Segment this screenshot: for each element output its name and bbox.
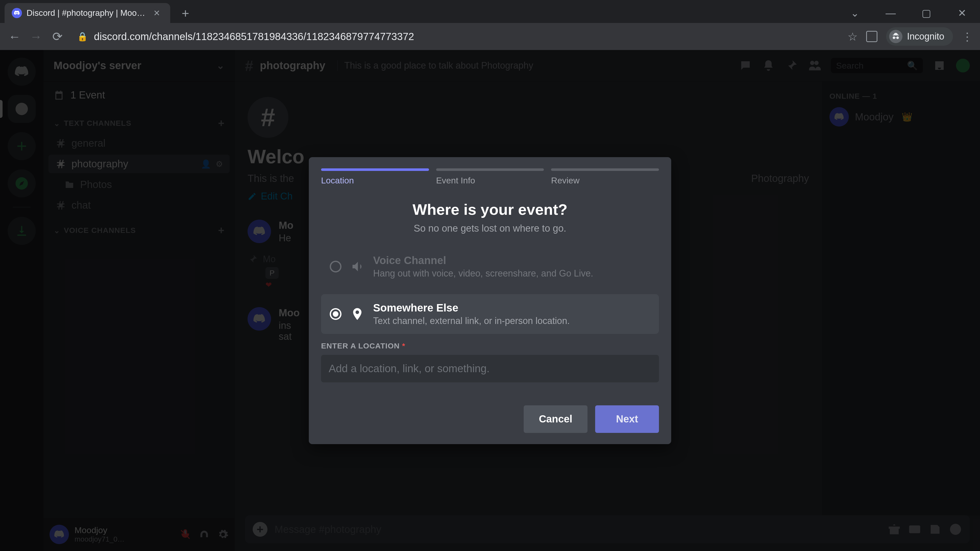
address-bar[interactable]: 🔒 discord.com/channels/11823468517819843… [72, 31, 840, 42]
location-label-text: ENTER A LOCATION [321, 341, 400, 350]
option-title: Voice Channel [373, 254, 593, 267]
back-button[interactable]: ← [8, 30, 21, 43]
discord-app: Moodjoy's server ⌄ 1 Event ⌄ TEXT CHANNE… [0, 50, 980, 551]
new-tab-button[interactable]: + [178, 6, 193, 21]
required-asterisk: * [402, 341, 406, 350]
minimize-button[interactable]: — [883, 7, 898, 19]
modal-footer: Cancel Next [309, 398, 671, 444]
location-field: ENTER A LOCATION * [321, 341, 659, 383]
kebab-menu-icon[interactable]: ⋮ [962, 30, 972, 43]
extensions-icon[interactable] [866, 31, 877, 42]
caret-down-icon[interactable]: ⌄ [847, 7, 862, 19]
cancel-button[interactable]: Cancel [524, 405, 587, 433]
radio-unchecked[interactable] [330, 261, 342, 272]
browser-toolbar: ← → ⟳ 🔒 discord.com/channels/11823468517… [0, 23, 980, 50]
create-event-modal: Location Event Info Review Where is your… [309, 157, 671, 444]
option-somewhere-else[interactable]: Somewhere Else Text channel, external li… [321, 294, 659, 334]
option-desc: Hang out with voice, video, screenshare,… [373, 268, 593, 279]
radio-checked[interactable] [330, 308, 342, 320]
incognito-label: Incognito [907, 31, 944, 42]
incognito-chip[interactable]: Incognito [886, 27, 953, 46]
step-label: Review [551, 176, 659, 186]
step-event-info: Event Info [436, 168, 544, 186]
step-label: Event Info [436, 176, 544, 186]
maximize-button[interactable]: ▢ [919, 7, 934, 19]
incognito-icon [889, 30, 902, 43]
close-tab-icon[interactable]: × [154, 8, 160, 18]
browser-tab[interactable]: Discord | #photography | Mood… × [5, 3, 170, 23]
modal-overlay[interactable]: Location Event Info Review Where is your… [0, 50, 980, 551]
url-text: discord.com/channels/1182346851781984336… [94, 31, 414, 42]
location-label: ENTER A LOCATION * [321, 341, 405, 350]
modal-title: Where is your event? [309, 201, 671, 218]
lock-icon: 🔒 [77, 32, 88, 41]
step-label: Location [321, 176, 429, 186]
speaker-icon [350, 259, 364, 274]
modal-subtitle: So no one gets lost on where to go. [309, 223, 671, 234]
close-window-button[interactable]: ✕ [955, 7, 970, 19]
bookmark-star-icon[interactable]: ☆ [848, 30, 858, 43]
option-title: Somewhere Else [373, 302, 570, 314]
window-controls: ⌄ — ▢ ✕ [847, 3, 980, 23]
next-button[interactable]: Next [595, 405, 659, 433]
step-review: Review [551, 168, 659, 186]
option-desc: Text channel, external link, or in-perso… [373, 316, 570, 326]
option-voice-channel[interactable]: Voice Channel Hang out with voice, video… [321, 247, 659, 286]
location-pin-icon [350, 307, 364, 321]
modal-steps: Location Event Info Review [309, 157, 671, 186]
reload-button[interactable]: ⟳ [51, 30, 64, 43]
browser-titlebar: Discord | #photography | Mood… × + ⌄ — ▢… [0, 0, 980, 23]
step-location: Location [321, 168, 429, 186]
browser-tab-title: Discord | #photography | Mood… [27, 8, 149, 18]
discord-favicon [12, 8, 22, 18]
forward-button[interactable]: → [29, 30, 43, 43]
location-input[interactable] [321, 355, 659, 383]
